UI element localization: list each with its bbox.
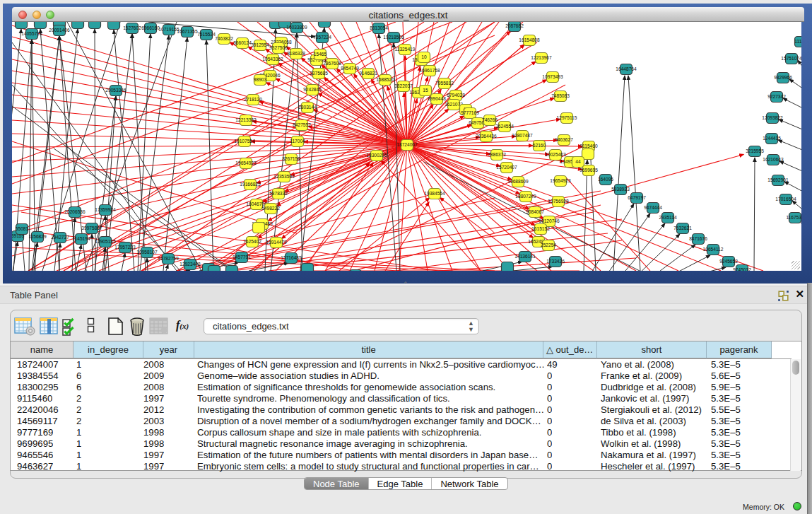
svg-text:252254: 252254: [541, 243, 556, 247]
svg-text:19218506: 19218506: [383, 35, 404, 40]
svg-text:2803144: 2803144: [298, 105, 317, 110]
svg-text:9327506: 9327506: [269, 45, 288, 50]
svg-text:2718120: 2718120: [244, 97, 262, 102]
svg-text:16210643: 16210643: [763, 157, 784, 162]
svg-text:2087682: 2087682: [505, 23, 524, 28]
svg-text:12905135: 12905135: [95, 239, 116, 244]
svg-text:9463627: 9463627: [555, 137, 573, 142]
svg-text:10: 10: [421, 54, 427, 59]
svg-text:2935114: 2935114: [659, 215, 677, 220]
svg-text:6794028: 6794028: [447, 93, 465, 98]
svg-text:9227342: 9227342: [767, 94, 786, 99]
svg-text:7886372: 7886372: [488, 152, 506, 157]
svg-text:1145194: 1145194: [72, 236, 90, 241]
svg-text:8454749: 8454749: [341, 66, 359, 71]
svg-text:7463822: 7463822: [215, 36, 233, 41]
svg-text:3375685: 3375685: [310, 71, 328, 76]
svg-text:12975115: 12975115: [557, 115, 577, 120]
svg-text:16448764: 16448764: [616, 66, 637, 71]
svg-text:7955812: 7955812: [435, 81, 454, 86]
svg-text:3624554: 3624554: [495, 124, 514, 129]
svg-text:9084067: 9084067: [526, 209, 544, 214]
svg-text:9245652: 9245652: [719, 259, 738, 264]
svg-text:19166825: 19166825: [240, 182, 261, 187]
svg-text:2942737: 2942737: [51, 235, 69, 240]
svg-text:7485083: 7485083: [551, 93, 570, 98]
svg-text:16914479: 16914479: [266, 240, 287, 245]
svg-text:10958107: 10958107: [136, 250, 158, 255]
svg-text:16961758: 16961758: [419, 68, 440, 73]
svg-text:5498222: 5498222: [261, 206, 280, 211]
svg-text:117004: 117004: [290, 139, 305, 144]
svg-text:10688609: 10688609: [507, 179, 529, 184]
svg-text:9329966: 9329966: [774, 75, 792, 80]
svg-text:1527602: 1527602: [123, 25, 141, 30]
svg-text:8471676: 8471676: [689, 236, 707, 241]
svg-text:12923448: 12923448: [180, 262, 201, 267]
svg-text:9745012: 9745012: [733, 267, 751, 271]
svg-text:11325419: 11325419: [395, 47, 416, 52]
svg-text:14055714: 14055714: [21, 31, 42, 36]
svg-text:15465: 15465: [314, 52, 327, 57]
svg-text:18300295: 18300295: [366, 153, 387, 158]
svg-text:16154808: 16154808: [519, 37, 540, 42]
svg-text:7625402: 7625402: [243, 239, 261, 244]
svg-text:3912954: 3912954: [251, 42, 269, 47]
svg-text:1733426: 1733426: [546, 259, 565, 264]
svg-text:15716485: 15716485: [281, 255, 302, 260]
svg-text:10025463: 10025463: [545, 152, 566, 157]
svg-text:44: 44: [575, 159, 581, 164]
svg-text:10107554: 10107554: [234, 139, 255, 144]
svg-text:1588520: 1588520: [376, 77, 394, 82]
svg-text:10973493: 10973493: [542, 74, 563, 79]
svg-text:6966160: 6966160: [141, 25, 160, 30]
svg-text:164095: 164095: [598, 177, 613, 182]
svg-text:10654112: 10654112: [703, 247, 724, 252]
svg-text:18807249: 18807249: [515, 194, 536, 199]
svg-text:16782759: 16782759: [158, 256, 179, 261]
svg-text:19654923: 19654923: [550, 178, 571, 183]
svg-text:8267150: 8267150: [282, 156, 300, 161]
svg-text:15: 15: [423, 88, 428, 93]
svg-text:9777169: 9777169: [461, 110, 479, 115]
svg-text:15720407: 15720407: [496, 165, 517, 170]
svg-text:20206536: 20206536: [64, 209, 86, 214]
svg-text:12353594: 12353594: [273, 174, 295, 179]
svg-text:9457791: 9457791: [233, 255, 251, 259]
svg-text:15751074: 15751074: [781, 56, 801, 61]
svg-text:39975867: 39975867: [81, 226, 102, 230]
svg-text:10120746: 10120746: [539, 218, 560, 223]
svg-text:14136141: 14136141: [514, 254, 536, 259]
svg-text:29053346: 29053346: [105, 88, 126, 93]
svg-text:9146821: 9146821: [359, 71, 377, 76]
svg-text:98903: 98903: [254, 77, 267, 82]
svg-text:8427552: 8427552: [293, 122, 311, 127]
svg-text:17957223: 17957223: [114, 245, 136, 250]
svg-text:1244415: 1244415: [763, 136, 781, 141]
svg-text:12093822: 12093822: [762, 115, 783, 120]
svg-text:5938923: 5938923: [611, 187, 630, 192]
svg-text:10756928: 10756928: [548, 199, 569, 204]
svg-text:10543362: 10543362: [262, 57, 283, 62]
svg-text:1167534: 1167534: [786, 215, 801, 220]
svg-text:9242845: 9242845: [303, 87, 322, 92]
svg-text:8990448: 8990448: [428, 96, 446, 101]
svg-text:5878332: 5878332: [269, 191, 288, 196]
svg-text:7632621: 7632621: [673, 226, 692, 230]
svg-text:6479197: 6479197: [628, 195, 646, 200]
svg-text:17359924: 17359924: [95, 207, 116, 212]
svg-text:8660124: 8660124: [233, 40, 252, 45]
svg-text:8186328: 8186328: [287, 51, 305, 56]
svg-text:15692901: 15692901: [767, 177, 789, 182]
svg-text:3215955: 3215955: [746, 148, 764, 153]
svg-text:9699695: 9699695: [579, 168, 598, 173]
svg-text:9474444: 9474444: [644, 205, 662, 210]
svg-text:746266: 746266: [482, 117, 498, 122]
svg-text:1156829: 1156829: [28, 234, 47, 239]
svg-text:1615152: 1615152: [531, 226, 550, 231]
svg-text:55081: 55081: [16, 226, 29, 231]
svg-text:12213967: 12213967: [531, 55, 552, 60]
svg-text:19384554: 19384554: [424, 191, 445, 196]
svg-text:16671355: 16671355: [177, 29, 198, 34]
svg-text:20091406: 20091406: [49, 28, 70, 33]
